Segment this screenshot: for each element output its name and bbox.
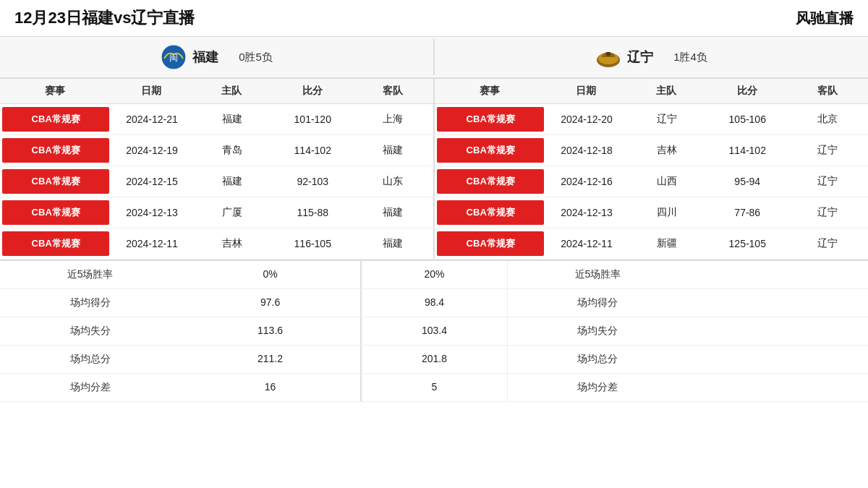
liaoning-score-0: 105-106 [707,106,788,132]
game-row: CBA常规赛 2024-12-19 青岛 114-102 福建 CBA常规赛 2… [0,135,868,166]
liaoning-score-2: 95-94 [707,168,788,194]
main-container: 12月23日福建vs辽宁直播 风驰直播 闽 福建 0胜5负 [0,0,868,488]
game-row: CBA常规赛 2024-12-13 广厦 115-88 福建 CBA常规赛 20… [0,197,868,228]
stats-label-left-3: 场均总分 [0,346,180,373]
liaoning-col-score: 比分 [707,79,788,103]
liaoning-date-2: 2024-12-16 [546,168,626,194]
liaoning-event-1: CBA常规赛 [437,138,544,163]
stats-section: 近5场胜率 0% 20% 近5场胜率 场均得分 97.6 98.4 场均得分 场… [0,260,868,402]
liaoning-game-row-0: CBA常规赛 2024-12-20 辽宁 105-106 北京 [433,104,868,134]
liaoning-away-1: 辽宁 [788,137,868,164]
stats-row-1: 场均得分 97.6 98.4 场均得分 [0,289,868,317]
fujian-home-2: 福建 [192,168,273,195]
fujian-game-row-4: CBA常规赛 2024-12-11 吉林 116-105 福建 [0,228,433,259]
stats-val-fujian-4: 16 [180,374,360,401]
liaoning-date-1: 2024-12-18 [546,137,626,163]
liaoning-col-date: 日期 [545,79,626,103]
liaoning-away-3: 辽宁 [788,199,868,226]
liaoning-home-3: 四川 [627,199,707,226]
fujian-col-event: 赛事 [0,79,111,103]
fujian-event-0: CBA常规赛 [2,107,109,132]
stats-val-liaoning-4: 5 [360,374,507,401]
stats-label-right-2: 场均失分 [507,317,688,345]
stats-label-right-3: 场均总分 [507,346,688,373]
liaoning-event-4: CBA常规赛 [437,231,544,256]
liaoning-event-0: CBA常规赛 [437,107,544,132]
team-header-row: 闽 福建 0胜5负 辽宁 1胜4负 [0,37,868,79]
stats-val-fujian-1: 97.6 [180,289,360,317]
fujian-score-2: 92-103 [273,168,353,194]
fujian-game-row-1: CBA常规赛 2024-12-19 青岛 114-102 福建 [0,135,433,166]
stats-val-fujian-2: 113.6 [180,317,360,345]
fujian-home-0: 福建 [192,106,273,133]
stats-label-left-2: 场均失分 [0,317,180,345]
stats-val-liaoning-extra-0 [688,261,868,288]
stats-val-liaoning-extra-3 [688,346,868,373]
liaoning-event-3: CBA常规赛 [437,200,544,225]
fujian-col-date: 日期 [111,79,192,103]
liaoning-team-header: 辽宁 1胜4负 [435,37,868,77]
fujian-home-4: 吉林 [192,230,273,257]
fujian-game-row-2: CBA常规赛 2024-12-15 福建 92-103 山东 [0,166,433,197]
fujian-home-3: 广厦 [192,199,273,226]
liaoning-home-2: 山西 [627,168,707,195]
liaoning-col-away: 客队 [787,79,868,103]
fujian-game-row-3: CBA常规赛 2024-12-13 广厦 115-88 福建 [0,197,433,228]
stats-val-liaoning-extra-2 [688,317,868,345]
stats-val-fujian-0: 0% [180,261,360,288]
fujian-team-header: 闽 福建 0胜5负 [0,37,433,77]
fujian-col-score: 比分 [272,79,353,103]
liaoning-event-2: CBA常规赛 [437,169,544,194]
fujian-away-1: 福建 [353,137,433,164]
liaoning-home-1: 吉林 [627,137,707,164]
liaoning-away-4: 辽宁 [788,230,868,257]
stats-label-left-1: 场均得分 [0,289,180,317]
liaoning-record: 1胜4负 [673,51,707,64]
svg-rect-5 [606,52,610,55]
stats-val-fujian-3: 211.2 [180,346,360,373]
liaoning-score-1: 114-102 [707,137,788,163]
fujian-event-1: CBA常规赛 [2,138,109,163]
liaoning-game-row-1: CBA常规赛 2024-12-18 吉林 114-102 辽宁 [433,135,868,166]
liaoning-logo [595,44,621,70]
fujian-date-4: 2024-12-11 [111,231,192,257]
stats-row-4: 场均分差 16 5 场均分差 [0,374,868,402]
fujian-away-0: 上海 [353,106,433,133]
liaoning-date-3: 2024-12-13 [546,200,626,226]
stats-label-right-0: 近5场胜率 [507,261,688,288]
stats-row-3: 场均总分 211.2 201.8 场均总分 [0,346,868,374]
stats-label-right-1: 场均得分 [507,289,688,317]
fujian-date-0: 2024-12-21 [111,106,192,132]
brand-name: 风驰直播 [796,9,854,28]
fujian-home-1: 青岛 [192,137,273,164]
stats-val-liaoning-extra-4 [688,374,868,401]
liaoning-score-4: 125-105 [707,231,788,257]
stats-val-liaoning-2: 103.4 [360,317,507,345]
stats-label-left-0: 近5场胜率 [0,261,180,288]
fujian-score-1: 114-102 [273,137,353,163]
fujian-logo: 闽 [161,44,187,70]
game-rows: CBA常规赛 2024-12-21 福建 101-120 上海 CBA常规赛 2… [0,104,868,260]
fujian-col-away: 客队 [352,79,433,103]
fujian-name: 福建 [192,48,218,66]
fujian-score-3: 115-88 [273,200,353,226]
liaoning-home-0: 辽宁 [627,106,707,133]
page-title: 12月23日福建vs辽宁直播 [14,7,195,29]
liaoning-away-2: 辽宁 [788,168,868,195]
fujian-event-2: CBA常规赛 [2,169,109,194]
fujian-away-2: 山东 [353,168,433,195]
liaoning-game-row-3: CBA常规赛 2024-12-13 四川 77-86 辽宁 [433,197,868,228]
fujian-col-headers: 赛事 日期 主队 比分 客队 [0,79,433,103]
game-row: CBA常规赛 2024-12-15 福建 92-103 山东 CBA常规赛 20… [0,166,868,197]
column-headers: 赛事 日期 主队 比分 客队 赛事 日期 主队 比分 客队 [0,79,868,104]
stats-row-2: 场均失分 113.6 103.4 场均失分 [0,317,868,346]
fujian-date-1: 2024-12-19 [111,137,192,163]
fujian-event-3: CBA常规赛 [2,200,109,225]
liaoning-date-4: 2024-12-11 [546,231,626,257]
stats-val-liaoning-3: 201.8 [360,346,507,373]
stats-row-0: 近5场胜率 0% 20% 近5场胜率 [0,261,868,289]
header: 12月23日福建vs辽宁直播 风驰直播 [0,0,868,37]
liaoning-game-row-2: CBA常规赛 2024-12-16 山西 95-94 辽宁 [433,166,868,197]
liaoning-col-event: 赛事 [435,79,545,103]
liaoning-name: 辽宁 [627,48,653,66]
